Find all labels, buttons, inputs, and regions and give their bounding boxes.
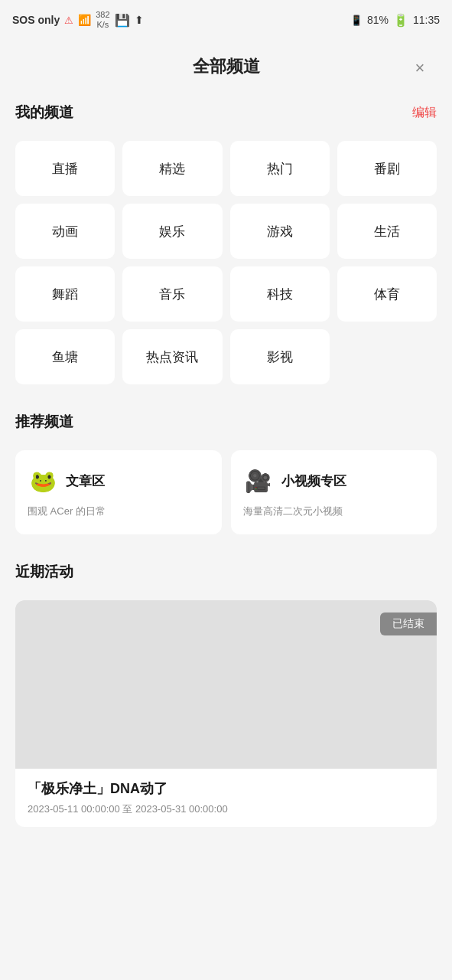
recommend-channel-name: 文章区 bbox=[66, 472, 105, 490]
activity-card[interactable]: 已结束 「极乐净土」DNA动了 2023-05-11 00:00:00 至 20… bbox=[15, 600, 437, 827]
channel-item[interactable]: 动画 bbox=[15, 204, 115, 259]
activity-header: 近期活动 bbox=[15, 556, 437, 588]
my-channels-header: 我的频道 编辑 bbox=[15, 96, 437, 129]
recommend-grid: 🐸文章区围观 ACer 的日常🎥小视频专区海量高清二次元小视频 bbox=[15, 450, 437, 534]
phone-icon: 📱 bbox=[350, 15, 363, 26]
channel-item[interactable]: 精选 bbox=[122, 141, 222, 196]
main-content: 全部频道 × 我的频道 编辑 直播精选热门番剧动画娱乐游戏生活舞蹈音乐科技体育鱼… bbox=[0, 40, 452, 842]
warning-icon: ⚠ bbox=[64, 15, 73, 26]
activity-section: 近期活动 已结束 「极乐净土」DNA动了 2023-05-11 00:00:00… bbox=[0, 556, 452, 842]
recommend-channel-desc: 海量高清二次元小视频 bbox=[243, 505, 425, 518]
recommend-card[interactable]: 🎥小视频专区海量高清二次元小视频 bbox=[231, 450, 437, 534]
activity-title-label: 近期活动 bbox=[15, 562, 73, 582]
channel-item[interactable]: 体育 bbox=[337, 266, 437, 322]
recommend-card[interactable]: 🐸文章区围观 ACer 的日常 bbox=[15, 450, 222, 534]
channel-item[interactable]: 番剧 bbox=[337, 141, 437, 196]
recommend-channel-desc: 围观 ACer 的日常 bbox=[28, 505, 210, 518]
channel-item[interactable]: 热点资讯 bbox=[122, 329, 222, 384]
activity-info: 「极乐净土」DNA动了 2023-05-11 00:00:00 至 2023-0… bbox=[15, 769, 437, 827]
activity-name: 「极乐净土」DNA动了 bbox=[28, 779, 424, 798]
status-bar: SOS only ⚠ 📶 382 K/s 💾 ⬆ 📱 81% 🔋 11:35 bbox=[0, 0, 452, 40]
channel-item[interactable]: 直播 bbox=[15, 141, 115, 196]
recommend-title: 推荐频道 bbox=[15, 412, 73, 432]
channel-item[interactable]: 鱼塘 bbox=[15, 329, 115, 384]
battery-text: 81% bbox=[367, 14, 389, 26]
channel-item[interactable]: 舞蹈 bbox=[15, 266, 115, 322]
my-channels-section: 我的频道 编辑 直播精选热门番剧动画娱乐游戏生活舞蹈音乐科技体育鱼塘热点资讯影视 bbox=[0, 96, 452, 400]
recommend-header: 推荐频道 bbox=[15, 406, 437, 438]
channel-item[interactable]: 娱乐 bbox=[122, 204, 222, 259]
activity-badge: 已结束 bbox=[380, 612, 437, 635]
activity-image: 已结束 bbox=[15, 600, 437, 769]
status-left: SOS only ⚠ 📶 382 K/s 💾 ⬆ bbox=[12, 10, 144, 30]
channel-item[interactable]: 影视 bbox=[230, 329, 330, 384]
page-header: 全部频道 × bbox=[0, 40, 452, 96]
channel-item[interactable]: 生活 bbox=[337, 204, 437, 259]
upload-icon: ⬆ bbox=[135, 14, 144, 26]
recommend-card-header: 🐸文章区 bbox=[28, 466, 210, 497]
channel-grid: 直播精选热门番剧动画娱乐游戏生活舞蹈音乐科技体育鱼塘热点资讯影视 bbox=[15, 141, 437, 384]
my-channels-title: 我的频道 bbox=[15, 103, 73, 122]
status-right: 📱 81% 🔋 11:35 bbox=[350, 13, 440, 28]
sd-icon: 💾 bbox=[115, 13, 130, 28]
channel-item[interactable]: 音乐 bbox=[122, 266, 222, 322]
page-title: 全部频道 bbox=[193, 55, 260, 78]
channel-item[interactable]: 热门 bbox=[230, 141, 330, 196]
edit-button[interactable]: 编辑 bbox=[412, 105, 437, 121]
recommend-channel-name: 小视频专区 bbox=[281, 472, 346, 490]
recommend-channel-icon: 🐸 bbox=[28, 466, 58, 497]
activity-date: 2023-05-11 00:00:00 至 2023-05-31 00:00:0… bbox=[28, 802, 424, 816]
recommend-card-header: 🎥小视频专区 bbox=[243, 466, 425, 497]
channel-item[interactable]: 科技 bbox=[230, 266, 330, 322]
sos-text: SOS only bbox=[12, 14, 60, 26]
time-text: 11:35 bbox=[413, 14, 440, 26]
recommend-channel-icon: 🎥 bbox=[243, 466, 274, 497]
speed-text: 382 K/s bbox=[96, 10, 109, 30]
close-button[interactable]: × bbox=[406, 54, 434, 82]
channel-item[interactable]: 游戏 bbox=[230, 204, 330, 259]
recommend-section: 推荐频道 🐸文章区围观 ACer 的日常🎥小视频专区海量高清二次元小视频 bbox=[0, 406, 452, 550]
wifi-icon: 📶 bbox=[78, 14, 91, 26]
battery-icon: 🔋 bbox=[393, 13, 408, 28]
